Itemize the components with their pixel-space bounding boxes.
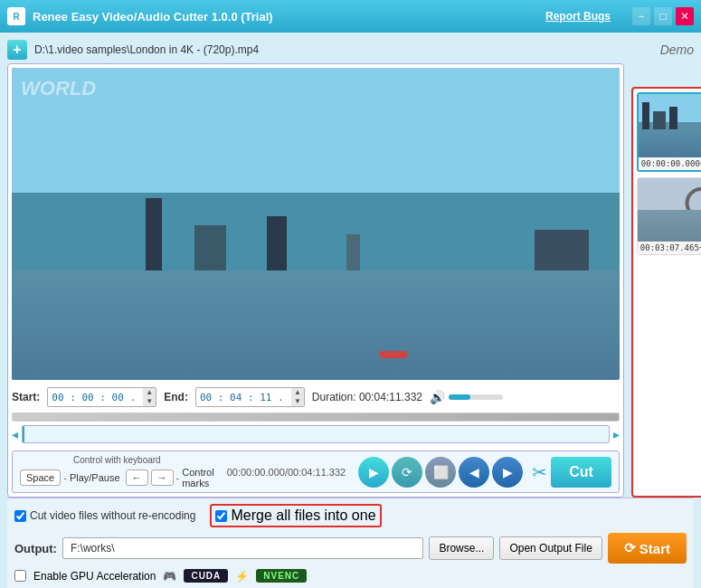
keyboard-section: Control with keyboard Space - Play/Pause… [20, 455, 214, 488]
nvenc-badge: NVENC [256, 569, 307, 583]
titlebar: R Renee Easy Video/Audio Cutter 1.0.0 (T… [0, 0, 701, 33]
play-pause-label: Play/Pause [70, 472, 120, 483]
clip-thumb-1 [639, 94, 701, 157]
volume-area: 🔊 [430, 390, 503, 404]
checkbox-row: Cut video files without re-encoding Merg… [14, 504, 687, 527]
controls-row: Control with keyboard Space - Play/Pause… [20, 455, 611, 488]
bottom-bar: Cut video files without re-encoding Merg… [7, 498, 694, 588]
playback-buttons: ▶ ⟳ ⬜ ◀ ▶ [358, 457, 523, 488]
close-button[interactable]: ✕ [676, 7, 694, 25]
video-watermark: WORLD [21, 77, 96, 100]
end-arrows: ▲ ▼ [291, 388, 304, 406]
ruler-right-arrow[interactable]: ▸ [613, 427, 620, 441]
scrollbar-thumb [13, 413, 619, 421]
separator-3: - [176, 472, 180, 483]
gpu-acceleration-label: Enable GPU Acceleration [33, 570, 156, 583]
step-forward-button[interactable]: ⟳ [392, 457, 422, 488]
nvenc-logo-icon: ⚡ [235, 570, 249, 583]
clip-time-1: 00:00:00.000~00:00:44.569 [639, 157, 701, 170]
clip-item-2[interactable]: 00:03:07.465~00:04:11.332 [637, 177, 701, 255]
end-arrow-up[interactable]: ▲ [291, 388, 304, 397]
separator-1: - [63, 472, 67, 483]
start-label: Start [639, 541, 670, 556]
building-5 [535, 230, 589, 270]
gpu-acceleration-checkbox[interactable] [14, 570, 26, 582]
minimize-button[interactable]: − [632, 7, 650, 25]
clip-list: 00:00:00.000~00:00:44.569 00:03:07.465~0… [631, 87, 701, 498]
building-1 [146, 198, 162, 270]
end-arrow-down[interactable]: ▼ [291, 397, 304, 406]
river [12, 270, 620, 380]
start-arrow-down[interactable]: ▼ [143, 397, 156, 406]
output-row: Output: Browse... Open Output File ⟳ Sta… [14, 533, 687, 564]
merge-label: Merge all files into one [231, 507, 375, 524]
video-display: WORLD [12, 68, 620, 380]
report-bugs-link[interactable]: Report Bugs [545, 10, 611, 23]
start-button[interactable]: ⟳ Start [608, 533, 687, 564]
browse-button[interactable]: Browse... [429, 536, 494, 560]
building-3 [267, 216, 287, 270]
current-time-display: 00:00:00.000/00:04:11.332 [227, 467, 346, 478]
start-label: Start: [12, 391, 40, 403]
left-key-button[interactable]: ← [126, 469, 148, 486]
play-button[interactable]: ▶ [358, 457, 389, 488]
clip-time-2: 00:03:07.465~00:04:11.332 [638, 242, 701, 254]
cut-no-encode-checkbox[interactable] [14, 510, 26, 522]
cut-button-area: ✂ Cut [532, 457, 611, 488]
boat [380, 351, 407, 358]
right-panel: ✕ ▲ ▼ 00:00:00.000~00:00:44.569 [631, 63, 701, 498]
add-file-button[interactable]: + [7, 40, 27, 60]
space-key-button[interactable]: Space [20, 469, 61, 486]
time-inputs-row: Start: ▲ ▼ End: ▲ ▼ [12, 384, 620, 411]
stop-button[interactable]: ⬜ [425, 457, 456, 488]
start-time-field[interactable]: ▲ ▼ [47, 387, 156, 407]
file-path: D:\1.video samples\London in 4K - (720p)… [34, 43, 259, 56]
main-container: + D:\1.video samples\London in 4K - (720… [0, 33, 701, 588]
maximize-button[interactable]: □ [654, 7, 672, 25]
app-logo: R [7, 7, 25, 25]
clip-item-1[interactable]: 00:00:00.000~00:00:44.569 [637, 92, 701, 172]
duration-text: Duration: 00:04:11.332 [312, 391, 422, 403]
output-label: Output: [14, 542, 57, 555]
cuda-badge: CUDA [184, 569, 228, 583]
app-title: Renee Easy Video/Audio Cutter 1.0.0 (Tri… [33, 10, 545, 24]
timeline-scrollbar[interactable] [12, 413, 620, 422]
scissors-icon: ✂ [532, 461, 547, 483]
start-arrow-up[interactable]: ▲ [143, 388, 156, 397]
cut-no-encode-label: Cut video files without re-encoding [30, 509, 195, 522]
keyboard-buttons: Space - Play/Pause ← → - Control marks [20, 467, 214, 488]
merge-checkbox[interactable] [215, 510, 227, 522]
video-scene: WORLD [12, 68, 620, 380]
right-key-button[interactable]: → [151, 469, 174, 486]
controls-bar: Control with keyboard Space - Play/Pause… [12, 450, 620, 493]
clip-list-header: ✕ ▲ ▼ [631, 63, 701, 83]
start-arrows: ▲ ▼ [143, 388, 156, 406]
start-icon: ⟳ [624, 540, 636, 556]
keyboard-label: Control with keyboard [73, 455, 161, 465]
mark-left-button[interactable]: ◀ [459, 457, 489, 488]
gpu-logo-icon: 🎮 [163, 570, 176, 583]
output-path-input[interactable] [62, 537, 423, 559]
cut-no-encode-option: Cut video files without re-encoding [14, 509, 195, 522]
cut-button[interactable]: Cut [551, 457, 611, 488]
mark-right-button[interactable]: ▶ [492, 457, 523, 488]
volume-slider[interactable] [449, 394, 503, 400]
demo-badge: Demo [660, 43, 694, 57]
marks-label: Control marks [182, 467, 213, 488]
end-label: End: [164, 391, 188, 403]
merge-option-highlight: Merge all files into one [210, 504, 381, 527]
clip-thumb-2 [638, 178, 701, 242]
timeline-ruler: ◂ ▸ [12, 423, 620, 445]
ruler-left-arrow[interactable]: ◂ [12, 427, 18, 441]
building-4 [346, 234, 360, 270]
open-output-button[interactable]: Open Output File [499, 536, 602, 560]
video-panel: WORLD Start: [7, 63, 624, 498]
volume-fill [449, 394, 470, 400]
volume-icon: 🔊 [430, 390, 445, 404]
start-time-input[interactable] [48, 390, 143, 405]
building-2 [194, 225, 226, 270]
ruler-track[interactable] [22, 425, 610, 443]
end-time-field[interactable]: ▲ ▼ [195, 387, 305, 407]
ruler-marker [23, 426, 24, 442]
end-time-input[interactable] [196, 390, 291, 405]
